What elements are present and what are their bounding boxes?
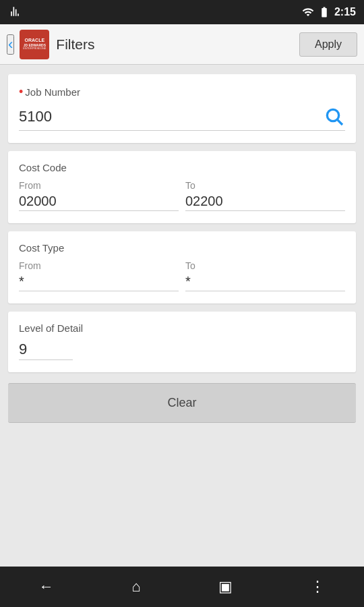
svg-line-1 — [338, 120, 342, 125]
content-area: •Job Number Cost Code From To — [0, 65, 364, 567]
nav-home-button[interactable]: ⌂ — [118, 573, 154, 601]
nav-recents-icon: ▣ — [218, 578, 233, 596]
status-right-icons: 2:15 — [302, 6, 356, 18]
cost-code-to-input[interactable] — [185, 194, 345, 211]
level-of-detail-input[interactable] — [19, 341, 73, 360]
job-number-input[interactable] — [19, 108, 324, 125]
status-bar: 2:15 — [0, 0, 364, 24]
required-indicator: • — [19, 85, 23, 98]
nav-recents-button[interactable]: ▣ — [205, 573, 246, 601]
bottom-navigation: ← ⌂ ▣ ⋮ — [0, 567, 364, 607]
nav-more-icon: ⋮ — [310, 578, 325, 596]
apply-button[interactable]: Apply — [299, 32, 357, 57]
cost-code-range-row: From To — [19, 180, 345, 211]
cost-type-to-label: To — [185, 260, 345, 271]
logo-line1: ORACLE — [23, 38, 46, 43]
cost-code-from-col: From — [19, 180, 179, 211]
status-left-icons — [8, 5, 22, 20]
search-icon — [324, 106, 345, 127]
job-number-row — [19, 106, 345, 131]
cost-code-from-input[interactable] — [19, 194, 179, 211]
svg-point-0 — [327, 109, 338, 121]
status-time: 2:15 — [334, 6, 356, 18]
logo-line3: ENTERPRISEONE — [23, 47, 46, 51]
page-title: Filters — [56, 36, 299, 53]
nav-back-icon: ← — [39, 578, 54, 596]
nav-home-icon: ⌂ — [131, 578, 140, 596]
header: ‹ ORACLE JD EDWARDS ENTERPRISEONE Filter… — [0, 24, 364, 65]
job-number-label: •Job Number — [19, 85, 345, 99]
cost-type-card: Cost Type From To — [8, 231, 356, 304]
cost-type-to-col: To — [185, 260, 345, 291]
nav-back-button[interactable]: ← — [26, 573, 67, 601]
cost-code-to-label: To — [185, 180, 345, 191]
job-number-card: •Job Number — [8, 74, 356, 143]
cost-type-from-col: From — [19, 260, 179, 291]
back-button[interactable]: ‹ — [7, 34, 14, 55]
level-of-detail-card: Level of Detail — [8, 312, 356, 372]
cost-type-range-row: From To — [19, 260, 345, 291]
cost-code-from-label: From — [19, 180, 179, 191]
cost-type-from-input[interactable] — [19, 274, 179, 291]
level-of-detail-label: Level of Detail — [19, 322, 345, 334]
cost-type-from-label: From — [19, 260, 179, 271]
cost-type-to-input[interactable] — [185, 274, 345, 291]
cost-code-to-col: To — [185, 180, 345, 211]
app-logo: ORACLE JD EDWARDS ENTERPRISEONE — [20, 30, 49, 59]
search-button[interactable] — [324, 106, 345, 127]
clear-button[interactable]: Clear — [8, 383, 356, 423]
nav-more-button[interactable]: ⋮ — [297, 573, 338, 601]
cost-code-label: Cost Code — [19, 162, 345, 173]
cost-code-card: Cost Code From To — [8, 151, 356, 223]
cost-type-label: Cost Type — [19, 242, 345, 254]
